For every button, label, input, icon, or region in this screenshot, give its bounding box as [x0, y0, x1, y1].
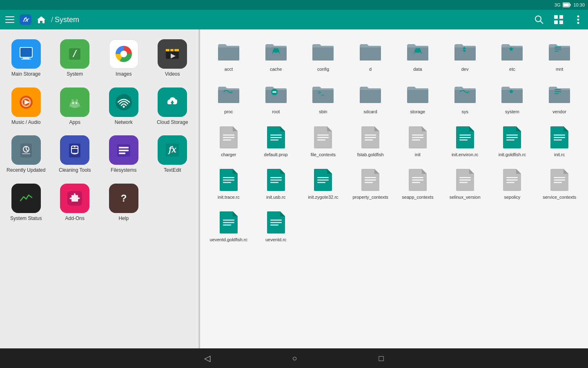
svg-rect-97 — [365, 135, 376, 136]
file-label-init-environ-rc: init.environ.rc — [452, 152, 478, 157]
svg-rect-138 — [223, 224, 231, 226]
file-item-init[interactable]: init — [396, 121, 440, 161]
folder-item-sys[interactable]: sys — [443, 79, 487, 118]
folder-icon-cache — [264, 39, 288, 64]
file-item-charger[interactable]: charger — [207, 121, 251, 161]
folder-item-d[interactable]: d — [348, 36, 392, 75]
file-icon-init-zygote32-rc — [311, 167, 335, 192]
file-label-service-contexts: service_contexts — [543, 194, 576, 200]
svg-point-73 — [416, 48, 417, 49]
file-icon-property-contexts — [358, 167, 383, 192]
folder-label-vendor: vendor — [552, 109, 566, 114]
file-item-default-prop[interactable]: default.prop — [254, 121, 298, 161]
svg-point-13 — [577, 19, 579, 21]
home-button[interactable] — [35, 13, 48, 26]
file-item-ueventd-goldfish-rc[interactable]: ueventd.goldfish.rc — [207, 206, 251, 246]
folder-item-storage[interactable]: storage — [396, 79, 440, 118]
file-label-init-zygote32-rc: init.zygote32.rc — [308, 194, 338, 200]
svg-rect-103 — [459, 135, 471, 136]
file-icon-init-environ-rc — [453, 125, 477, 149]
file-item-fstab-goldfish[interactable]: fstab.goldfish — [348, 121, 392, 161]
file-item-init-goldfish-rc[interactable]: init.goldfish.rc — [490, 121, 535, 161]
svg-rect-16 — [20, 48, 32, 57]
folder-item-proc[interactable]: proc — [207, 79, 251, 118]
folder-label-sdcard: sdcard — [364, 109, 377, 114]
file-item-init-environ-rc[interactable]: init.environ.rc — [443, 121, 487, 161]
file-item-sepolicy[interactable]: sepolicy — [490, 164, 535, 203]
folder-item-cache[interactable]: cache — [254, 36, 298, 75]
file-item-seapp-contexts[interactable]: seapp_contexts — [396, 164, 440, 203]
folder-label-mnt: mnt — [556, 66, 563, 72]
file-item-ueventd-rc[interactable]: ueventd.rc — [254, 206, 298, 246]
file-item-init-rc[interactable]: init.rc — [537, 121, 581, 161]
file-item-property-contexts[interactable]: property_contexts — [348, 164, 392, 203]
file-icon-file-contexts — [311, 125, 335, 149]
sidebar-item-system[interactable]: / System — [52, 36, 98, 81]
file-label-seapp-contexts: seapp_contexts — [402, 194, 433, 200]
file-item-selinux-version[interactable]: selinux_version — [443, 164, 487, 203]
main-content: Main Storage / System — [0, 29, 588, 348]
folder-item-system[interactable]: system — [490, 79, 535, 118]
apps-grid-button[interactable] — [552, 13, 565, 26]
folder-label-system: system — [505, 109, 519, 114]
folder-item-data[interactable]: data — [396, 36, 440, 75]
file-label-file-contexts: file_contexts — [311, 152, 336, 157]
folder-item-sbin[interactable]: >_ sbin — [301, 79, 345, 118]
svg-rect-136 — [223, 220, 234, 221]
file-label-default-prop: default.prop — [264, 152, 288, 157]
folder-item-vendor[interactable]: vendor — [537, 79, 581, 118]
svg-line-7 — [540, 21, 543, 24]
folder-label-config: config — [317, 66, 329, 72]
filesystems-label: Filesystems — [111, 167, 136, 174]
sidebar-item-cloud-storage[interactable]: Cloud Storage — [150, 84, 196, 129]
sidebar-item-help[interactable]: ? Help — [101, 180, 147, 225]
file-item-init-trace-rc[interactable]: init.trace.rc — [207, 164, 251, 203]
more-options-button[interactable] — [572, 13, 585, 26]
hamburger-menu-button[interactable] — [3, 13, 16, 26]
folder-item-config[interactable]: config — [301, 36, 345, 75]
sidebar-item-videos[interactable]: Videos — [150, 36, 196, 81]
svg-point-39 — [72, 102, 74, 104]
file-item-init-zygote32-rc[interactable]: init.zygote32.rc — [301, 164, 345, 203]
back-button[interactable]: ◁ — [204, 353, 210, 363]
recents-button[interactable]: □ — [379, 354, 384, 363]
svg-point-67 — [274, 48, 276, 49]
help-icon: ? — [109, 184, 138, 213]
sidebar-item-add-ons[interactable]: Add-Ons — [52, 180, 98, 225]
folder-item-dev[interactable]: dev — [443, 36, 487, 75]
svg-rect-1 — [570, 4, 571, 6]
clock: 10:30 — [573, 2, 585, 7]
file-icon-ueventd-rc — [264, 210, 288, 234]
file-item-file-contexts[interactable]: file_contexts — [301, 121, 345, 161]
folder-item-etc[interactable]: etc — [490, 36, 535, 75]
svg-rect-141 — [270, 224, 278, 226]
file-item-service-contexts[interactable]: service_contexts — [537, 164, 581, 203]
sidebar-item-cleaning-tools[interactable]: Cleaning Tools — [52, 132, 98, 177]
sidebar-item-filesystems[interactable]: Filesystems — [101, 132, 147, 177]
folder-item-mnt[interactable]: mnt — [537, 36, 581, 75]
sidebar-item-textedit[interactable]: 𝑓𝑥 TextEdit — [150, 132, 196, 177]
sidebar-item-apps[interactable]: Apps — [52, 84, 98, 129]
sidebar-item-main-storage[interactable]: Main Storage — [3, 36, 49, 81]
folder-item-acct[interactable]: acct — [207, 36, 251, 75]
sidebar-item-system-status[interactable]: System Status — [3, 180, 49, 225]
file-item-init-usb-rc[interactable]: init.usb.rc — [254, 164, 298, 203]
svg-rect-124 — [412, 177, 423, 178]
home-nav-button[interactable]: ○ — [292, 354, 297, 363]
sidebar-item-music-audio[interactable]: Music / Audio — [3, 84, 49, 129]
sidebar-item-network[interactable]: Network — [101, 84, 147, 129]
svg-rect-88 — [223, 135, 234, 136]
file-icon-fstab-goldfish — [358, 125, 383, 149]
folder-label-data: data — [413, 66, 422, 72]
sidebar-item-images[interactable]: Images — [101, 36, 147, 81]
svg-rect-98 — [365, 137, 376, 138]
folder-icon-storage — [405, 82, 430, 106]
sidebar-item-recently-updated[interactable]: Recently Updated — [3, 132, 49, 177]
search-button[interactable] — [532, 13, 546, 26]
svg-rect-118 — [317, 177, 329, 178]
folder-item-sdcard[interactable]: sdcard — [348, 79, 392, 118]
svg-rect-110 — [554, 137, 565, 138]
svg-rect-125 — [412, 180, 423, 181]
svg-text:>_: >_ — [318, 90, 324, 96]
folder-item-root[interactable]: root — [254, 79, 298, 118]
